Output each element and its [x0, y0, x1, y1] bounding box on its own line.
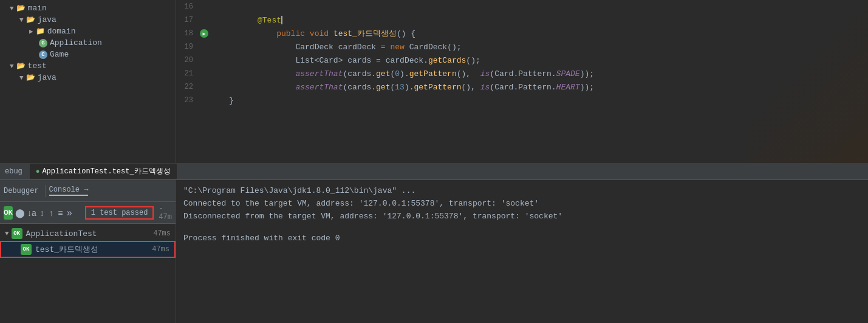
test-item-method[interactable]: OK test_카드덱생성 47ms [0, 241, 176, 258]
folder-icon-test [16, 61, 26, 71]
tree-label-domain: domain [47, 27, 76, 36]
test-controls-toolbar: OK ⬤ ↓a ↕ ↑ ≡ » 1 test passed - 47m [0, 202, 176, 224]
test-name-apptest: ApplicationTest [26, 229, 97, 238]
tree-java[interactable]: ▼ java [0, 14, 176, 26]
run-icon-18[interactable]: ▶ [200, 29, 208, 38]
tabs-bar: ebug ● ApplicationTest.test_카드덱생성 [0, 163, 868, 180]
line-num-20: 20 [179, 56, 198, 64]
tree-label-game: Game [50, 50, 69, 59]
line-num-23: 23 [179, 96, 198, 105]
test-tree: ▼ OK ApplicationTest 47ms OK test_카드덱생성 … [0, 224, 176, 323]
console-line-3: Disconnected from the target VM, address… [183, 210, 861, 223]
folder-icon-main [16, 4, 26, 13]
bottom-panel: Debugger Console → OK ⬤ ↓a ↕ ↑ ≡ » 1 tes… [0, 180, 868, 323]
console-line-4 [183, 223, 861, 232]
line-num-22: 22 [179, 83, 198, 91]
code-editor: 16 17 @Test 18 ▶ public void test_카드 [176, 0, 868, 163]
time-label: - 47m [159, 204, 172, 221]
line-num-21: 21 [179, 69, 198, 78]
console-line-5: Process finished with exit code 0 [183, 232, 861, 245]
tree-domain[interactable]: ▶ domain [0, 26, 176, 37]
folder-icon-java [26, 15, 35, 24]
test-passed-badge: 1 test passed [85, 206, 154, 220]
ok-badge-method: OK [21, 244, 32, 255]
more-btn[interactable]: » [66, 206, 73, 220]
arrow-domain: ▶ [29, 27, 33, 35]
tree-label-test: test [28, 61, 47, 71]
tab-icon: ● [36, 168, 40, 175]
gutter-18: ▶ [198, 29, 210, 38]
test-time-apptest: 47ms [153, 229, 171, 238]
arrow-java: ▼ [19, 16, 24, 24]
line-num-17: 17 [179, 16, 198, 24]
tree-game[interactable]: C Game [0, 49, 176, 60]
arrow-apptest: ▼ [5, 230, 9, 237]
console-panel: "C:\Program Files\Java\jdk1.8.0_112\bin\… [176, 180, 868, 323]
folder-icon-java2 [26, 73, 35, 82]
ok-badge-apptest: OK [12, 228, 22, 239]
bottom-toolbar: Debugger Console → [0, 180, 176, 202]
console-line-1: "C:\Program Files\Java\jdk1.8.0_112\bin\… [183, 185, 861, 198]
line-num-19: 19 [179, 43, 198, 51]
tab-app-test[interactable]: ● ApplicationTest.test_카드덱생성 [30, 164, 177, 179]
toolbar-sep0 [45, 185, 46, 197]
folder-icon-domain [36, 27, 45, 36]
tree-label-java2: java [38, 73, 56, 82]
file-tree: ▼ main ▼ java ▶ domain G Application C G… [0, 0, 176, 163]
console-label[interactable]: Console → [49, 186, 89, 196]
tree-label-application: Application [50, 38, 102, 47]
tree-label-java: java [38, 15, 56, 24]
console-line-2: Connected to the target VM, address: '12… [183, 198, 861, 210]
up-btn[interactable]: ↑ [48, 206, 55, 220]
ok-button[interactable]: OK [4, 206, 13, 220]
arrow-test: ▼ [10, 63, 14, 70]
tree-label-main: main [28, 4, 47, 13]
code-line-22: 22 assertThat(cards.get(13).getPattern()… [176, 80, 868, 94]
code-line-23: 23 } [176, 94, 868, 107]
tree-test[interactable]: ▼ test [0, 60, 176, 72]
debug-label: ebug [5, 167, 22, 176]
class-icon-g: G [39, 39, 47, 47]
line-num-18: 18 [179, 29, 198, 38]
arrow-main: ▼ [10, 5, 14, 12]
test-name-method: test_카드덱생성 [35, 244, 98, 255]
test-item-apptest[interactable]: ▼ OK ApplicationTest 47ms [0, 226, 176, 241]
line-num-16: 16 [179, 2, 198, 11]
sort-az-btn[interactable]: ↓a [27, 206, 36, 220]
down-btn[interactable]: ≡ [57, 206, 64, 220]
tree-main[interactable]: ▼ main [0, 2, 176, 14]
sort-btn[interactable]: ↕ [39, 206, 46, 220]
tab-label: ApplicationTest.test_카드덱생성 [42, 166, 170, 176]
arrow-java2: ▼ [19, 74, 24, 82]
tree-java2[interactable]: ▼ java [0, 72, 176, 83]
code-content-23: } [210, 96, 866, 105]
class-icon-c: C [39, 50, 47, 59]
tree-application[interactable]: G Application [0, 37, 176, 49]
circle-btn[interactable]: ⬤ [15, 206, 25, 220]
test-time-method: 47ms [152, 245, 169, 254]
debugger-label: Debugger [4, 187, 39, 195]
test-panel: Debugger Console → OK ⬤ ↓a ↕ ↑ ≡ » 1 tes… [0, 180, 176, 323]
